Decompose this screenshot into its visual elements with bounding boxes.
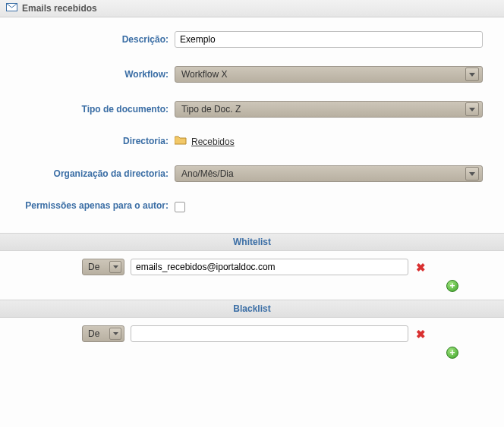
whitelist-field-value: De (88, 262, 109, 272)
whitelist-add-button[interactable] (446, 280, 458, 292)
workflow-select-value: Workflow X (181, 69, 465, 80)
descricao-input[interactable] (175, 31, 483, 48)
directoria-link[interactable]: Recebidos (191, 137, 235, 147)
blacklist-header: Blacklist (0, 300, 504, 318)
perm-autor-checkbox[interactable] (175, 202, 185, 212)
label-workflow: Workflow: (6, 69, 175, 80)
svg-marker-5 (113, 332, 118, 335)
whitelist-header: Whitelist (0, 233, 504, 251)
label-org-dir: Organização da directoria: (6, 168, 175, 180)
chevron-down-icon (465, 167, 479, 181)
blacklist-field-value: De (88, 328, 109, 339)
svg-marker-1 (469, 73, 475, 77)
tipo-doc-select-value: Tipo de Doc. Z (181, 104, 465, 115)
blacklist-field-select[interactable]: De (82, 325, 124, 342)
blacklist-row: De ✖ (6, 325, 458, 342)
blacklist-add-button[interactable] (446, 347, 458, 359)
window-header: Emails recebidos (0, 0, 504, 17)
mail-icon (6, 3, 17, 14)
svg-marker-2 (469, 108, 475, 111)
folder-icon (175, 136, 187, 147)
blacklist-block: De ✖ (0, 318, 504, 359)
workflow-select[interactable]: Workflow X (175, 66, 483, 83)
whitelist-delete-icon[interactable]: ✖ (414, 261, 427, 273)
org-dir-select[interactable]: Ano/Mês/Dia (175, 165, 483, 182)
form-area: Descrição: Workflow: Workflow X Tipo de … (0, 17, 504, 215)
chevron-down-icon (109, 328, 121, 340)
chevron-down-icon (465, 68, 479, 81)
whitelist-field-select[interactable]: De (82, 259, 124, 275)
blacklist-delete-icon[interactable]: ✖ (414, 328, 427, 340)
whitelist-row: De ✖ (6, 259, 458, 275)
tipo-doc-select[interactable]: Tipo de Doc. Z (175, 101, 483, 118)
chevron-down-icon (109, 261, 121, 273)
svg-marker-4 (113, 265, 118, 268)
whitelist-value-input[interactable] (131, 259, 408, 275)
label-perm-autor: Permissões apenas para o autor: (6, 200, 175, 212)
org-dir-select-value: Ano/Mês/Dia (181, 168, 465, 179)
chevron-down-icon (465, 102, 479, 116)
label-descricao: Descrição: (6, 34, 175, 46)
window-title: Emails recebidos (22, 3, 97, 14)
blacklist-value-input[interactable] (131, 325, 408, 342)
svg-marker-3 (469, 172, 475, 176)
whitelist-block: De ✖ (0, 251, 504, 292)
label-tipo-doc: Tipo de documento: (6, 104, 175, 115)
label-directoria: Directoria: (6, 136, 175, 147)
